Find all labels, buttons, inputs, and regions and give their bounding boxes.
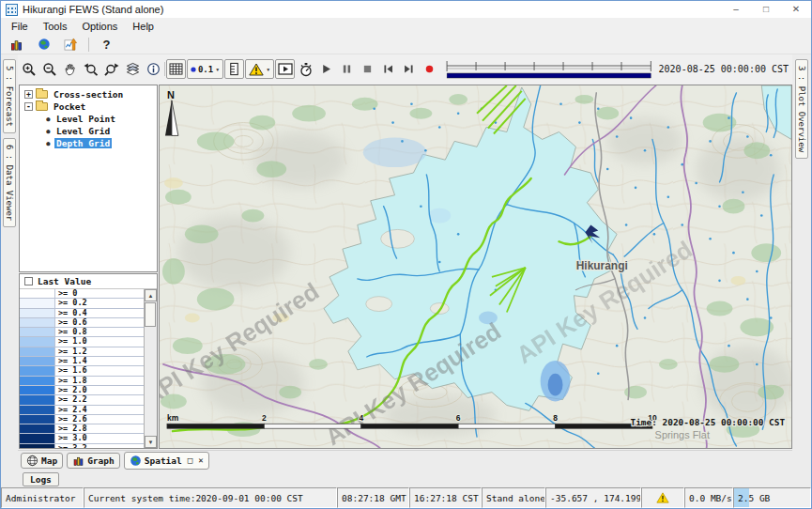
legend-row[interactable]: >= 3.2 — [20, 444, 144, 448]
panel-maximize-icon[interactable]: □ — [188, 455, 192, 465]
pan-icon[interactable] — [61, 59, 81, 79]
grid-icon[interactable] — [166, 59, 186, 79]
tab-forecast[interactable]: 5 : Forecast — [3, 59, 16, 133]
zoom-previous-icon[interactable] — [82, 59, 101, 79]
bottom-tab-bar: Map Graph Spatial □ ✕ — [18, 450, 792, 470]
map-canvas[interactable]: API Key Required API Key Required API Ke… — [159, 85, 792, 449]
legend-label: >= 2.4 — [55, 406, 87, 414]
tab-spatial[interactable]: Spatial □ ✕ — [124, 452, 209, 470]
timeseries-display-icon[interactable] — [61, 35, 81, 54]
locality-label: Springs Flat — [655, 429, 710, 440]
tree-item-label: Depth Grid — [54, 138, 112, 148]
scroll-up-icon[interactable]: ▲ — [145, 289, 157, 301]
legend-label: >= 0.4 — [55, 309, 87, 317]
tree-item[interactable]: - Pocket — [22, 100, 157, 113]
status-warning[interactable] — [641, 487, 684, 508]
chevron-down-icon: ▼ — [215, 67, 220, 72]
window-controls: – □ ✕ — [721, 1, 811, 18]
interval-value: 0.1 — [198, 65, 213, 74]
legend-swatch — [20, 395, 55, 404]
step-back-icon[interactable] — [378, 59, 398, 79]
center-column: 0.1▼ ▼ — [18, 54, 792, 487]
tab-data-viewer[interactable]: 6 : Data Viewer — [3, 138, 16, 227]
scalebar-tick: 6 — [456, 413, 461, 423]
tree-expander-icon[interactable]: - — [24, 102, 33, 111]
info-icon[interactable] — [144, 59, 163, 79]
legend-label: >= 1.4 — [55, 357, 87, 365]
warning-icon — [656, 492, 669, 503]
legend-swatch — [20, 337, 55, 346]
tree-item[interactable]: + Cross-section — [22, 88, 157, 100]
globe-icon — [130, 455, 142, 467]
zoom-next-icon[interactable] — [102, 59, 122, 79]
play-icon[interactable] — [316, 59, 336, 79]
logs-button[interactable]: Logs — [23, 472, 59, 486]
legend-label: >= 2.0 — [55, 386, 87, 394]
legend-swatch — [20, 299, 55, 307]
tree-item[interactable]: ● Level Point — [44, 113, 157, 125]
legend-scrollbar[interactable]: ▲ ▼ — [144, 289, 157, 448]
tab-graph[interactable]: Graph — [67, 453, 120, 469]
animation-timer-icon[interactable] — [296, 59, 315, 79]
help-button[interactable]: ? — [97, 35, 116, 54]
main-area: + Cross-section - Pocket — [18, 84, 792, 450]
interval-dropdown[interactable]: 0.1▼ — [187, 59, 223, 79]
menu-item[interactable]: Options — [74, 20, 125, 33]
status-gmt-time: 08:27:18 GMT — [337, 487, 409, 508]
tab-graph-label: Graph — [87, 455, 115, 466]
thresholds-warning-icon[interactable]: ▼ — [245, 59, 274, 79]
legend-label: >= 2.2 — [55, 395, 87, 404]
explorer-panel: + Cross-section - Pocket — [18, 84, 159, 450]
tab-plot-overview[interactable]: 3 : Plot Overview — [795, 59, 808, 159]
status-download-speed: 0.0 MB/s — [684, 487, 733, 508]
tree-item-label: Level Point — [54, 114, 117, 124]
legend-label: >= 3.2 — [55, 444, 87, 448]
map-toolbar: 0.1▼ ▼ — [18, 54, 792, 84]
legend-label: >= 1.0 — [55, 337, 87, 346]
last-value-checkbox[interactable] — [24, 277, 33, 285]
tree-expander-icon[interactable]: + — [24, 90, 33, 99]
record-icon[interactable] — [420, 59, 439, 79]
close-button[interactable]: ✕ — [781, 1, 811, 18]
maximize-button[interactable]: □ — [751, 1, 781, 18]
left-tabstrip: 5 : Forecast 6 : Data Viewer — [1, 54, 18, 487]
explorer-tree[interactable]: + Cross-section - Pocket — [19, 85, 158, 272]
legend-label: >= 0.2 — [55, 299, 87, 307]
titlebar: Hikurangi FEWS (Stand alone) – □ ✕ — [1, 1, 811, 18]
stop-icon[interactable] — [358, 59, 377, 79]
minimize-button[interactable]: – — [721, 1, 751, 18]
status-mode: Stand alone — [482, 487, 545, 508]
menubar: FileToolsOptionsHelp — [1, 18, 811, 35]
pause-icon[interactable] — [337, 59, 357, 79]
spatial-display-icon[interactable] — [34, 35, 54, 54]
tree-item[interactable]: ● Depth Grid — [44, 137, 157, 149]
menu-item[interactable]: File — [4, 20, 36, 33]
step-forward-icon[interactable] — [399, 59, 419, 79]
menu-item[interactable]: Help — [125, 20, 161, 33]
layers-icon[interactable] — [123, 59, 143, 79]
scalebar-icon[interactable] — [224, 59, 244, 79]
main-toolbar: ? — [1, 35, 811, 54]
legend-swatch — [20, 289, 55, 298]
scalebar-tick: 2 — [262, 413, 267, 423]
zoom-out-icon[interactable] — [40, 59, 60, 79]
folder-icon — [36, 102, 48, 111]
status-system-time: Current system time:2020-09-01 00:00 CST — [84, 487, 337, 508]
folder-icon — [36, 90, 48, 99]
panel-close-icon[interactable]: ✕ — [198, 455, 203, 465]
scroll-down-icon[interactable]: ▼ — [145, 436, 157, 448]
zoom-in-icon[interactable] — [20, 59, 39, 79]
movie-icon[interactable] — [275, 59, 295, 79]
time-slider[interactable] — [445, 58, 652, 81]
tab-map[interactable]: Map — [21, 453, 63, 469]
grid-display-icon[interactable] — [7, 35, 26, 54]
menu-item[interactable]: Tools — [36, 20, 75, 33]
node-bullet-icon: ● — [44, 116, 53, 123]
legend-list[interactable]: >= 0 >= 0.2 — [20, 289, 144, 448]
map-time-caption: Time: 2020-08-25 00:00:00 CST — [630, 417, 785, 427]
scrollbar-thumb[interactable] — [145, 302, 156, 327]
legend-swatch — [20, 415, 55, 424]
tree-item[interactable]: ● Level Grid — [44, 125, 157, 137]
legend-swatch — [20, 377, 55, 385]
wire-globe-icon — [26, 455, 38, 467]
